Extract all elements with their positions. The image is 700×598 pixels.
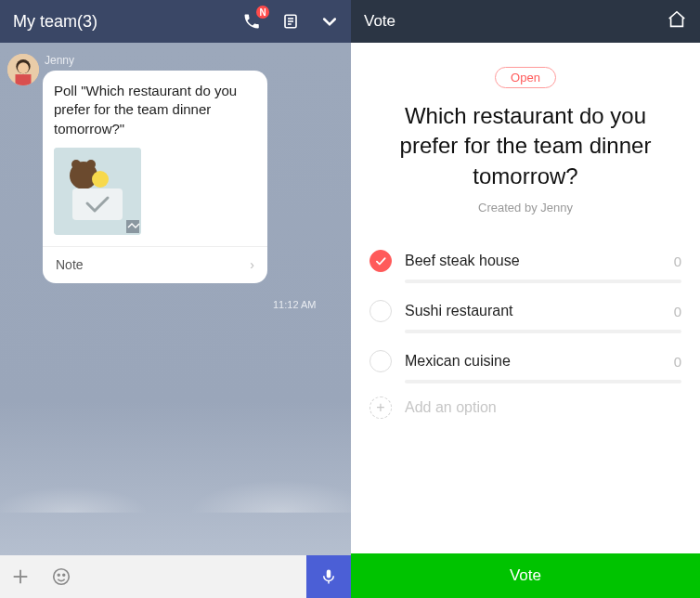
option-count: 0 bbox=[674, 354, 681, 370]
vote-option[interactable]: Mexican cuisine 0 bbox=[369, 341, 681, 374]
plus-dashed-icon: + bbox=[369, 396, 392, 419]
vote-button-label: Vote bbox=[510, 566, 541, 585]
vote-option[interactable]: Beef steak house 0 bbox=[369, 240, 681, 274]
call-button[interactable]: N bbox=[241, 11, 262, 32]
option-progress bbox=[405, 280, 681, 283]
chat-header-actions: N bbox=[241, 11, 340, 32]
option-label: Mexican cuisine bbox=[405, 353, 674, 370]
svg-point-19 bbox=[63, 574, 65, 576]
check-icon bbox=[374, 254, 387, 267]
option-label: Sushi restaurant bbox=[405, 303, 674, 319]
radio-checked[interactable] bbox=[369, 250, 392, 272]
vote-header-title: Vote bbox=[364, 12, 667, 31]
svg-point-11 bbox=[86, 160, 96, 169]
add-option-button[interactable]: + Add an option bbox=[369, 396, 681, 419]
vote-option[interactable]: Sushi restaurant 0 bbox=[369, 291, 681, 324]
vote-body: Open Which restaurant do you prefer for … bbox=[351, 43, 700, 553]
background-clouds bbox=[0, 429, 351, 513]
chevron-down-icon bbox=[320, 12, 339, 31]
option-progress bbox=[405, 330, 681, 333]
sender-name: Jenny bbox=[45, 54, 74, 67]
message-bubble[interactable]: Poll "Which restaurant do you prefer for… bbox=[43, 71, 267, 283]
note-row[interactable]: Note › bbox=[43, 246, 267, 283]
chat-header: My team(3) N bbox=[0, 0, 351, 43]
svg-point-18 bbox=[58, 574, 59, 576]
option-progress bbox=[405, 380, 681, 384]
call-badge: N bbox=[256, 6, 269, 19]
smile-icon bbox=[51, 566, 71, 587]
status-badge: Open bbox=[495, 67, 556, 88]
emoji-button[interactable] bbox=[41, 555, 82, 598]
vote-options: Beef steak house 0 Sushi restaurant 0 Me… bbox=[369, 240, 681, 419]
option-count: 0 bbox=[674, 254, 681, 269]
mic-icon bbox=[320, 566, 337, 587]
vote-question: Which restaurant do you prefer for the t… bbox=[369, 101, 681, 191]
svg-point-17 bbox=[54, 569, 70, 585]
chat-messages[interactable]: Jenny Poll "Which restaurant do you pref… bbox=[0, 43, 351, 555]
vote-submit-button[interactable]: Vote bbox=[351, 553, 700, 598]
option-label: Beef steak house bbox=[405, 253, 674, 269]
voice-button[interactable] bbox=[306, 555, 351, 598]
option-count: 0 bbox=[674, 304, 681, 319]
svg-rect-13 bbox=[72, 188, 123, 220]
svg-rect-20 bbox=[327, 570, 331, 578]
poll-sticker bbox=[54, 148, 141, 235]
chat-pane: My team(3) N Jenny Poll "Which res bbox=[0, 0, 351, 598]
radio-unchecked[interactable] bbox=[369, 350, 392, 372]
message-input[interactable] bbox=[82, 555, 306, 598]
radio-unchecked[interactable] bbox=[369, 300, 392, 322]
note-label: Note bbox=[56, 256, 84, 274]
home-icon bbox=[667, 9, 687, 30]
vote-created-by: Created by Jenny bbox=[369, 201, 681, 214]
message-timestamp: 11:12 AM bbox=[273, 299, 316, 310]
avatar[interactable] bbox=[7, 54, 39, 85]
attach-button[interactable] bbox=[0, 555, 41, 598]
add-option-label: Add an option bbox=[405, 399, 497, 416]
svg-point-10 bbox=[71, 160, 81, 169]
note-icon bbox=[282, 12, 299, 31]
svg-point-6 bbox=[18, 62, 29, 73]
svg-point-12 bbox=[92, 171, 109, 188]
chat-input-bar bbox=[0, 555, 351, 598]
chat-title: My team(3) bbox=[13, 12, 241, 32]
vote-pane: Vote Open Which restaurant do you prefer… bbox=[351, 0, 700, 598]
plus-icon bbox=[10, 566, 31, 587]
vote-header: Vote bbox=[351, 0, 700, 43]
expand-button[interactable] bbox=[319, 11, 340, 32]
message-text: Poll "Which restaurant do you prefer for… bbox=[54, 82, 256, 138]
chevron-right-icon: › bbox=[250, 256, 254, 274]
home-button[interactable] bbox=[667, 9, 687, 33]
svg-rect-7 bbox=[16, 74, 32, 85]
notes-button[interactable] bbox=[280, 11, 301, 32]
